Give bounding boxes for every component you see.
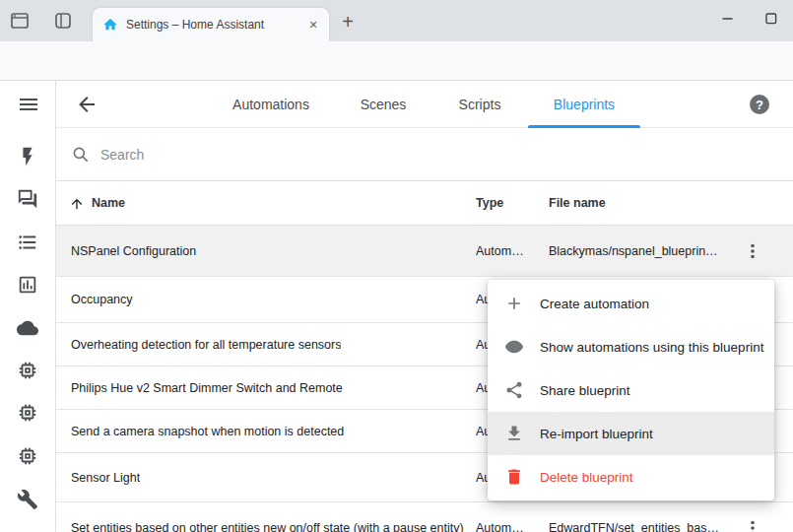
- history-icon[interactable]: [17, 274, 40, 298]
- tab-automations[interactable]: Automations: [232, 97, 309, 112]
- blueprint-name: Set entities based on other entities new…: [71, 521, 464, 532]
- blueprint-name: Sensor Light: [71, 471, 140, 485]
- maximize-icon[interactable]: [750, 0, 793, 37]
- menu-item-reimport-blueprint[interactable]: Re-import blueprint: [488, 412, 774, 455]
- blueprint-name: Overheating detection for all temperatur…: [71, 338, 341, 352]
- menu-item-label: Share blueprint: [540, 383, 630, 398]
- device-icon[interactable]: [17, 402, 40, 426]
- home-assistant-app: Automations Scenes Scripts Blueprints ? …: [0, 81, 793, 532]
- device-icon[interactable]: [17, 445, 40, 469]
- menu-item-delete-blueprint[interactable]: Delete blueprint: [488, 455, 774, 499]
- ha-header: Automations Scenes Scripts Blueprints ?: [56, 81, 793, 128]
- search-input[interactable]: [100, 140, 741, 169]
- blueprint-file: Blackymas/nspanel_blueprin…: [549, 244, 718, 258]
- menu-item-label: Delete blueprint: [540, 470, 633, 485]
- menu-item-create-automation[interactable]: Create automation: [488, 282, 774, 325]
- tab-blueprints[interactable]: Blueprints: [554, 97, 615, 112]
- close-icon[interactable]: ✕: [305, 17, 321, 33]
- table-row[interactable]: NSPanel Configuration Autom… Blackymas/n…: [56, 226, 793, 277]
- delete-icon: [504, 467, 524, 487]
- more-vertical-icon[interactable]: [742, 240, 763, 262]
- download-icon: [504, 424, 524, 443]
- blueprint-name: Philips Hue v2 Smart Dimmer Switch and R…: [71, 381, 343, 395]
- cloud-icon[interactable]: [17, 317, 40, 341]
- tab-scenes[interactable]: Scenes: [361, 97, 407, 112]
- column-header-file[interactable]: File name: [549, 196, 606, 210]
- tab-scripts[interactable]: Scripts: [459, 97, 501, 112]
- todo-list-icon[interactable]: [17, 232, 40, 255]
- blueprint-name: Occupancy: [71, 293, 133, 306]
- browser-window: Settings – Home Assistant ✕ + Not secure…: [0, 0, 793, 532]
- table-header: Name Type File name: [56, 181, 793, 226]
- more-vertical-icon[interactable]: [742, 517, 763, 532]
- column-header-name[interactable]: Name: [92, 196, 125, 210]
- blueprint-file: EdwardTFN/set_entities_bas…: [549, 521, 719, 532]
- developer-tools-icon[interactable]: [17, 489, 40, 512]
- device-icon[interactable]: [17, 360, 40, 383]
- help-icon[interactable]: ?: [750, 95, 769, 114]
- energy-icon[interactable]: [17, 146, 40, 169]
- blueprint-context-menu: Create automation Show automations using…: [488, 280, 774, 500]
- menu-item-share-blueprint[interactable]: Share blueprint: [488, 368, 774, 412]
- tab-title: Settings – Home Assistant: [126, 18, 305, 32]
- home-assistant-logo: [102, 17, 118, 33]
- eye-icon: [504, 337, 524, 357]
- table-row[interactable]: Set entities based on other entities new…: [56, 502, 793, 532]
- minimize-icon[interactable]: [706, 0, 750, 37]
- search-row: [56, 128, 793, 181]
- ha-main: Automations Scenes Scripts Blueprints ? …: [56, 81, 793, 532]
- menu-icon[interactable]: [17, 93, 40, 116]
- browser-tab-strip: Settings – Home Assistant ✕ +: [0, 0, 793, 41]
- tab-actions-icon[interactable]: [51, 9, 75, 33]
- plus-icon: [504, 294, 524, 313]
- new-tab-icon[interactable]: +: [335, 9, 361, 34]
- browser-toolbar: Not secure homeassistant.local:8123/… A: [0, 41, 793, 81]
- blueprint-type: Autom…: [476, 244, 524, 258]
- menu-item-label: Re-import blueprint: [540, 427, 653, 441]
- workspaces-icon[interactable]: [8, 9, 32, 33]
- blueprint-name: Send a camera snapshot when motion is de…: [71, 425, 344, 438]
- browser-tab[interactable]: Settings – Home Assistant ✕: [93, 8, 329, 41]
- search-icon[interactable]: [71, 145, 91, 165]
- sort-ascending-icon[interactable]: [69, 196, 85, 212]
- menu-item-label: Create automation: [540, 297, 649, 311]
- menu-item-show-automations[interactable]: Show automations using this blueprint: [488, 325, 774, 368]
- assist-icon[interactable]: [17, 188, 40, 212]
- back-icon[interactable]: [75, 93, 99, 116]
- blueprint-name: NSPanel Configuration: [71, 244, 196, 258]
- menu-item-label: Show automations using this blueprint: [540, 340, 763, 355]
- blueprint-type: Autom…: [476, 521, 524, 532]
- ha-sidebar: [0, 81, 56, 532]
- column-header-type[interactable]: Type: [476, 196, 503, 210]
- share-icon: [504, 380, 524, 400]
